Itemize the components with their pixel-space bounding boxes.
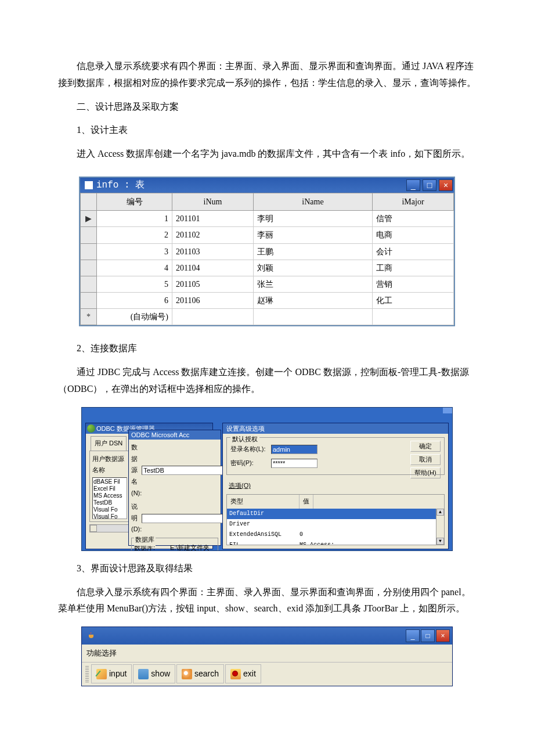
subsection-2-text: 通过 JDBC 完成与 Access 数据库建立连接。创建一个 ODBC 数据源… [58,364,476,398]
cell-inum[interactable]: 201106 [172,293,254,309]
cell-id[interactable]: 3 [97,243,172,260]
close-button[interactable]: × [439,179,453,191]
odbc-access-setup-dialog: ODBC Microsoft Acc 数据源名(N): 说明(D): 数据库 数… [128,430,221,546]
search-button[interactable]: search [176,664,224,683]
cell-inum[interactable]: 201103 [172,243,254,260]
vertical-scrollbar[interactable]: ▲ ▼ [436,509,444,545]
list-item[interactable]: MS Access [93,492,126,499]
options-list[interactable]: DefaultDirDriverExtendedAnsiSQL0FILMS Ac… [227,509,444,545]
login-label: 登录名称(L): [230,444,271,455]
option-row[interactable]: Driver [227,519,444,530]
java-cup-icon [86,631,96,640]
database-path: E:\新建文件夹 [170,542,210,551]
cell-iname[interactable]: 刘颖 [254,260,373,276]
input-button[interactable]: input [91,664,132,683]
option-row[interactable]: ExtendedAnsiSQL0 [227,530,444,540]
cell-iname[interactable]: 赵琳 [254,293,373,309]
exit-button[interactable]: exit [225,664,261,683]
list-item[interactable]: Excel Fil [93,485,126,492]
cell-id[interactable]: 5 [97,276,172,292]
display-icon [138,669,149,679]
type-column-header: 类型 [227,495,300,509]
row-marker [81,260,97,276]
dsn-name-label: 数据源名(N): [131,442,142,499]
table-row[interactable]: 6201106赵琳化工 [81,293,454,309]
advanced-options-dialog: 设置高级选项 确定 取消 帮助(H) 默认授权 登录名称(L): 密码(P): … [222,423,449,549]
cell-imajor[interactable]: 电商 [373,227,454,243]
access-titlebar: info : 表 _ □ × [80,178,454,193]
col-header-iname[interactable]: iName [254,193,373,210]
cell-iname[interactable]: 张兰 [254,276,373,292]
user-dsn-tab[interactable]: 用户 DSN [91,436,127,451]
list-item[interactable]: Visual Fo [93,513,126,519]
row-selector-header [81,193,97,210]
cell-iname[interactable]: 李明 [254,211,373,227]
pencil-icon [96,669,107,679]
option-row[interactable]: FILMS Access; [227,540,444,545]
col-header-inum[interactable]: iNum [172,193,254,210]
cell-imajor[interactable]: 营销 [373,276,454,292]
col-header-imajor[interactable]: iMajor [373,193,454,210]
auth-legend: 默认授权 [230,434,259,445]
table-row[interactable]: 4201104刘颖工商 [81,260,454,276]
col-header-id[interactable]: 编号 [97,193,172,210]
option-row[interactable]: DefaultDir [227,509,444,519]
maximize-button[interactable]: □ [421,629,435,642]
row-marker [81,243,97,260]
cell-id[interactable]: 6 [97,293,172,309]
java-app-window: _ □ × 功能选择 input show search exit [81,627,453,686]
subsection-3-text: 信息录入显示系统有四个界面：主界面、录入界面、显示界面和查询界面，分别使用四个 … [58,584,476,618]
cell-id[interactable]: 2 [97,227,172,243]
row-marker [81,293,97,309]
minimize-button[interactable]: _ [406,629,420,642]
menu-function[interactable]: 功能选择 [86,649,117,657]
dsn-name-input[interactable] [142,466,225,475]
cell-iname[interactable]: 王鹏 [254,243,373,260]
cell-id[interactable]: 1 [97,211,172,227]
titlebar-fragment [443,408,452,413]
database-legend: 数据库 [134,534,156,546]
new-record-row[interactable]: *(自动编号) [81,309,454,325]
minimize-button[interactable]: _ [406,179,420,191]
login-input[interactable] [271,445,317,454]
info-table: 编号 iNum iName iMajor ▶1201101李明信管2201102… [80,193,454,326]
menu-bar[interactable]: 功能选择 [82,645,452,662]
row-marker: ▶ [81,211,97,227]
scroll-down-icon[interactable]: ▼ [436,538,444,545]
cell-imajor[interactable]: 化工 [373,293,454,309]
close-button[interactable]: × [436,629,450,642]
scroll-thumb[interactable] [90,525,97,532]
cell-iname[interactable]: 李丽 [254,227,373,243]
section-2-heading: 二、设计思路及采取方案 [58,99,476,116]
list-item[interactable]: TestDB [93,499,126,506]
cell-imajor[interactable]: 信管 [373,211,454,227]
table-row[interactable]: ▶1201101李明信管 [81,211,454,227]
exit-icon [230,669,241,679]
toolbar-grip[interactable] [85,666,89,682]
list-item[interactable]: Visual Fo [93,506,126,513]
cell-inum[interactable]: 201101 [172,211,254,227]
subsection-1-text: 进入 Access 数据库创建一个名字为 java.mdb 的数据库文件，其中含… [58,146,476,163]
toolbar: input show search exit [82,663,452,686]
cell-id[interactable]: 4 [97,260,172,276]
cell-inum[interactable]: 201104 [172,260,254,276]
odbc-screenshot: ODBC 数据源管理器 用户 DSN 用户数据源 名称 dBASE FilExc… [81,407,453,551]
search-icon [182,669,192,679]
table-row[interactable]: 5201105张兰营销 [81,276,454,292]
show-button[interactable]: show [133,664,175,683]
scroll-up-icon[interactable]: ▲ [436,509,444,516]
cell-imajor[interactable]: 工商 [373,260,454,276]
cell-imajor[interactable]: 会计 [373,243,454,260]
datasheet-icon [85,181,93,189]
table-row[interactable]: 3201103王鹏会计 [81,243,454,260]
password-input[interactable] [271,459,317,468]
cell-inum[interactable]: 201102 [172,227,254,243]
subsection-2: 2、连接数据库 [58,340,476,357]
maximize-button[interactable]: □ [423,179,436,191]
dsn-list[interactable]: dBASE FilExcel FilMS AccessTestDBVisual … [92,477,127,519]
description-label: 说明(D): [131,501,142,535]
list-item[interactable]: dBASE Fil [93,478,126,485]
table-row[interactable]: 2201102李丽电商 [81,227,454,243]
description-input[interactable] [142,514,225,523]
cell-inum[interactable]: 201105 [172,276,254,292]
